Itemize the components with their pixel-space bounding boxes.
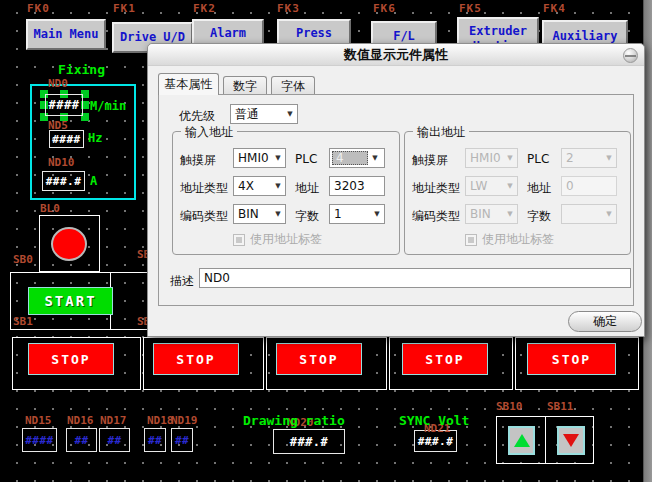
input-words-label: 字数	[295, 208, 319, 225]
dropdown-arrow-icon: ▼	[503, 154, 517, 162]
input-plc-label: PLC	[295, 152, 317, 166]
stop-button-2[interactable]: STOP	[153, 343, 239, 375]
nd16-display[interactable]: ##	[66, 428, 97, 452]
tab-basic-properties[interactable]: 基本属性	[158, 73, 219, 95]
stop-button-1[interactable]: STOP	[28, 343, 114, 375]
hmi-design-canvas: FK0 FK1 FK2 FK3 FK6 FK5 FK4 Main Menu Dr…	[0, 0, 652, 482]
output-words-label: 字数	[527, 208, 551, 225]
nd16-label: ND16	[67, 414, 94, 427]
drawing-ratio-display[interactable]: ###.#	[273, 429, 345, 454]
nd5-unit: Hz	[88, 131, 102, 145]
fk-label-5: FK5	[459, 2, 482, 15]
input-words-value: 1	[334, 207, 370, 221]
output-encoding-label: 编码类型	[412, 208, 460, 225]
up-arrow-icon	[514, 434, 530, 447]
input-plc-select[interactable]: 4 ▼	[329, 148, 385, 168]
input-address-group-title: 输入地址	[181, 124, 237, 141]
description-label: 描述	[170, 273, 194, 290]
bl0-label: BL0	[40, 202, 60, 215]
sb0-label: SB0	[13, 253, 33, 266]
input-words-select[interactable]: 1 ▼	[329, 204, 385, 224]
checkbox-icon	[233, 234, 245, 246]
output-plc-select: 2 ▼	[561, 148, 617, 168]
input-use-address-tag-checkbox: 使用地址标签	[233, 231, 322, 248]
output-use-address-tag-label: 使用地址标签	[482, 231, 554, 248]
nd19-display[interactable]: ##	[171, 428, 193, 452]
nd15-display[interactable]: ####	[22, 428, 57, 452]
output-plc-value: 2	[566, 151, 602, 165]
sb10-label: SB10	[496, 400, 523, 413]
extruder-heating-line1: Extruder	[469, 24, 527, 39]
stop-button-4[interactable]: STOP	[402, 343, 488, 375]
output-address-label: 地址	[527, 180, 551, 197]
fk-label-2: FK2	[193, 2, 216, 15]
priority-value: 普通	[235, 106, 283, 123]
output-plc-label: PLC	[527, 152, 549, 166]
input-address-group: 输入地址 触摸屏 HMI0 ▼ PLC 4 ▼ 地址类型 4X ▼ 地址	[172, 131, 400, 255]
stop-button-5[interactable]: STOP	[527, 343, 616, 375]
nd0-label: ND0	[48, 77, 68, 90]
output-encoding-value: BIN	[470, 207, 503, 221]
input-address-label: 地址	[295, 180, 319, 197]
nd0-display-value: ####	[45, 94, 83, 116]
nd19-label: ND19	[171, 414, 198, 427]
input-address-type-select[interactable]: 4X ▼	[233, 176, 286, 196]
ok-button[interactable]: 确定	[568, 311, 642, 332]
bl0-lamp[interactable]	[51, 227, 87, 261]
tab-font[interactable]: 字体	[271, 76, 315, 95]
input-address-type-value: 4X	[238, 179, 271, 193]
input-address-field[interactable]	[329, 176, 385, 196]
fk-label-6: FK6	[373, 2, 396, 15]
nd18-display[interactable]: ##	[144, 428, 166, 452]
stop-button-3[interactable]: STOP	[276, 343, 362, 375]
priority-select[interactable]: 普通 ▼	[230, 104, 298, 124]
input-touchscreen-select[interactable]: HMI0 ▼	[233, 148, 286, 168]
start-button[interactable]: START	[28, 287, 113, 315]
down-arrow-icon	[563, 434, 579, 447]
checkbox-icon	[465, 234, 477, 246]
output-touchscreen-value: HMI0	[470, 151, 503, 165]
main-menu-button[interactable]: Main Menu	[26, 19, 106, 50]
dropdown-arrow-icon: ▼	[271, 182, 285, 190]
tab-content-panel: 优先级 普通 ▼ 输入地址 触摸屏 HMI0 ▼ PLC 4 ▼ 地址类型	[158, 94, 634, 306]
dropdown-arrow-icon: ▼	[370, 210, 384, 218]
input-encoding-label: 编码类型	[180, 208, 228, 225]
nd0-display-selected[interactable]: ####	[40, 90, 89, 121]
dropdown-arrow-icon: ▼	[602, 210, 616, 218]
output-use-address-tag-checkbox: 使用地址标签	[465, 231, 554, 248]
decrease-button[interactable]	[557, 426, 585, 455]
dropdown-arrow-icon: ▼	[271, 210, 285, 218]
fk-label-4: FK4	[543, 2, 566, 15]
input-address-type-label: 地址类型	[180, 180, 228, 197]
close-icon[interactable]	[623, 48, 638, 63]
nd15-label: ND15	[25, 414, 52, 427]
numeric-display-properties-dialog: 数值显示元件属性 基本属性 数字 字体 优先级 普通 ▼ 输入地址 触摸屏 HM…	[147, 43, 645, 337]
input-touchscreen-value: HMI0	[238, 151, 271, 165]
input-use-address-tag-label: 使用地址标签	[250, 231, 322, 248]
fixing-title: Fixing	[58, 62, 105, 77]
output-address-type-value: LW	[470, 179, 503, 193]
tab-number[interactable]: 数字	[223, 76, 267, 95]
dialog-title: 数值显示元件属性	[344, 46, 448, 64]
dropdown-arrow-icon: ▼	[503, 182, 517, 190]
nd0-unit: M/min	[90, 99, 126, 113]
output-words-select: ▼	[561, 204, 617, 224]
nd18-label: ND18	[147, 414, 174, 427]
nd17-display[interactable]: ##	[99, 428, 130, 452]
output-address-type-label: 地址类型	[412, 180, 460, 197]
input-encoding-select[interactable]: BIN ▼	[233, 204, 286, 224]
dropdown-arrow-icon: ▼	[271, 154, 285, 162]
dialog-titlebar[interactable]: 数值显示元件属性	[148, 44, 644, 66]
nd17-label: ND17	[100, 414, 127, 427]
nd10-label: ND10	[48, 156, 75, 169]
output-address-field	[561, 176, 617, 196]
output-touchscreen-select: HMI0 ▼	[465, 148, 518, 168]
output-address-group: 输出地址 触摸屏 HMI0 ▼ PLC 2 ▼ 地址类型 LW ▼ 地址	[404, 131, 631, 255]
increase-button[interactable]	[508, 426, 535, 455]
nd10-display[interactable]: ###.#	[42, 171, 85, 191]
nd5-display[interactable]: ####	[49, 130, 84, 148]
description-field[interactable]	[199, 268, 631, 288]
dropdown-arrow-icon: ▼	[503, 210, 517, 218]
input-touchscreen-label: 触摸屏	[180, 152, 216, 169]
input-encoding-value: BIN	[238, 207, 271, 221]
